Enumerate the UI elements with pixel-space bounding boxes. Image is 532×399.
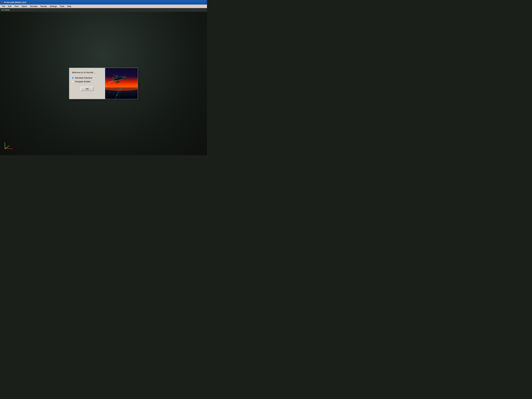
svg-point-20 [111, 74, 111, 74]
welcome-dialog: Welcome to VI-Aircraft... Standard Inter… [69, 68, 138, 99]
menu-bar: File Edit View Adjust Simulate Review Se… [0, 5, 207, 8]
menu-simulate[interactable]: Simulate [29, 5, 39, 8]
menu-adjust[interactable]: Adjust [20, 5, 28, 8]
svg-point-21 [131, 74, 131, 75]
welcome-text: Welcome to VI-Aircraft... [72, 71, 102, 74]
menu-settings[interactable]: Settings [48, 5, 58, 8]
radio-group: Standard Interface Template Builder [72, 77, 102, 83]
status-text: No Model [1, 9, 10, 11]
radio-template-label: Template Builder [75, 80, 91, 83]
ok-button[interactable]: OK [81, 87, 94, 91]
radio-standard-input[interactable] [72, 77, 74, 79]
menu-edit[interactable]: Edit [7, 5, 13, 8]
menu-view[interactable]: View [13, 5, 20, 8]
radio-template-builder[interactable]: Template Builder [72, 80, 102, 83]
menu-help[interactable]: Help [66, 5, 73, 8]
radio-template-input[interactable] [72, 81, 74, 83]
svg-point-32 [113, 93, 114, 93]
axis-indicator: x y z [3, 142, 13, 150]
svg-point-17 [125, 70, 125, 70]
status-bar: No Model [0, 8, 207, 12]
svg-point-31 [110, 92, 110, 93]
title-bar-text: VI-Aircraft 2010r1.13.0 [4, 1, 26, 4]
svg-point-14 [108, 70, 108, 70]
svg-text:x: x [12, 148, 13, 150]
main-area: x y z Welcome to VI-Aircraft... Standard… [0, 12, 207, 155]
svg-point-33 [128, 91, 128, 92]
title-bar: ✕ VI-Aircraft 2010r1.13.0 [0, 0, 207, 5]
svg-point-19 [134, 70, 134, 70]
aircraft-scene [105, 68, 138, 99]
svg-text:y: y [4, 142, 5, 143]
ok-button-container: OK [72, 87, 102, 91]
svg-point-35 [131, 92, 131, 92]
dialog-left-panel: Welcome to VI-Aircraft... Standard Inter… [69, 68, 105, 99]
svg-text:z: z [8, 145, 9, 147]
aircraft-image-panel [105, 68, 138, 99]
svg-line-4 [5, 147, 8, 149]
svg-point-15 [112, 69, 113, 69]
radio-standard-interface[interactable]: Standard Interface [72, 77, 102, 79]
svg-point-22 [135, 77, 135, 77]
svg-point-34 [133, 94, 133, 94]
menu-review[interactable]: Review [39, 5, 48, 8]
menu-tools[interactable]: Tools [58, 5, 66, 8]
menu-file[interactable]: File [1, 5, 6, 8]
svg-point-16 [116, 71, 117, 71]
radio-standard-label: Standard Interface [75, 77, 92, 79]
app-icon: ✕ [1, 1, 3, 4]
